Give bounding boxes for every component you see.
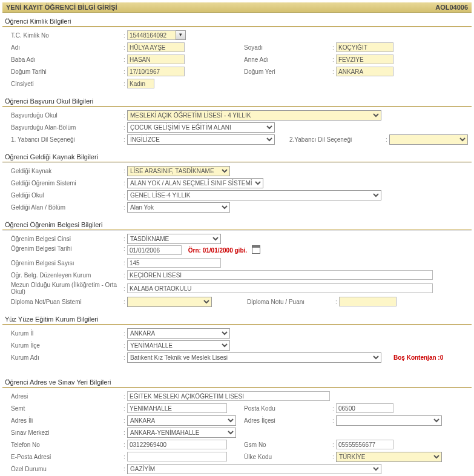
dyer-input[interactable] bbox=[336, 67, 393, 76]
galan-select[interactable]: Alan Yok bbox=[127, 202, 230, 213]
tc-input[interactable] bbox=[127, 30, 176, 40]
tel-input[interactable] bbox=[127, 440, 227, 449]
galan-label: Geldiği Alan / Bölüm bbox=[6, 204, 121, 211]
dtarih-label: Doğum Tarihi bbox=[6, 68, 121, 75]
anne-label: Anne Adı bbox=[239, 56, 330, 63]
ulke-select[interactable]: TÜRKİYE bbox=[336, 452, 442, 462]
section-title: Öğrenci Geldiği Kaynak Bilgileri bbox=[2, 152, 472, 162]
posta-label: Posta Kodu bbox=[239, 405, 330, 412]
gokul-select[interactable]: GENEL LİSE-4 YILLIK bbox=[127, 190, 381, 200]
ozel-label: Özel Durumu bbox=[6, 466, 121, 472]
not-label: Diploma Notu / Puanı bbox=[242, 299, 333, 305]
tel-label: Telefon No bbox=[6, 441, 121, 448]
gsm-label: Gsm No bbox=[239, 441, 330, 448]
section-title: Öğrenci Öğrenim Belgesi Bilgileri bbox=[2, 220, 472, 230]
soyadi-label: Soyadı bbox=[239, 44, 330, 51]
dil1-select[interactable]: İNGİLİZCE bbox=[127, 134, 275, 145]
section-belge: Öğrenci Öğrenim Belgesi Bilgileri Öğreni… bbox=[2, 220, 472, 311]
page-header: YENİ KAYIT ÖĞRENCİ BİLGİ GİRİŞİ AOL04006 bbox=[2, 2, 472, 13]
ail-label: Adres İli bbox=[6, 417, 121, 424]
baba-input[interactable] bbox=[127, 55, 185, 64]
section-title: Öğrenci Başvuru Okul Bilgileri bbox=[2, 96, 472, 107]
baba-label: Baba Adı bbox=[6, 56, 121, 63]
page-title: YENİ KAYIT ÖĞRENCİ BİLGİ GİRİŞİ bbox=[6, 4, 117, 11]
kilce-select[interactable]: YENİMAHALLE bbox=[127, 340, 230, 351]
ulke-label: Ülke Kodu bbox=[239, 454, 330, 460]
tc-label: T.C. Kimlik No bbox=[6, 32, 121, 39]
section-kaynak: Öğrenci Geldiği Kaynak Bilgileri Geldiği… bbox=[2, 152, 472, 216]
adi-label: Adı bbox=[6, 44, 121, 51]
kaynak-select[interactable]: LİSE ARASINIF, TASDİKNAME bbox=[127, 166, 230, 176]
eposta-input[interactable] bbox=[127, 452, 227, 461]
section-kimlik: Öğrenci Kimlik Bilgileri T.C. Kimlik No:… bbox=[2, 16, 472, 93]
ailce-label: Adres İlçesi bbox=[239, 417, 330, 424]
kadi-select[interactable]: Batıkent Kız Teknik ve Meslek Lisesi bbox=[127, 352, 381, 363]
adres-input[interactable] bbox=[127, 391, 330, 401]
sistem-label: Geldiği Öğrenim Sistemi bbox=[6, 180, 121, 187]
dil2-select[interactable] bbox=[389, 134, 468, 145]
semt-label: Semt bbox=[6, 405, 121, 412]
not-input[interactable] bbox=[339, 297, 397, 306]
dtarih-input[interactable] bbox=[127, 67, 185, 76]
section-basvuru: Öğrenci Başvuru Okul Bilgileri Başvurduğ… bbox=[2, 96, 472, 148]
gokul-label: Geldiği Okul bbox=[6, 192, 121, 199]
mezun-label: Mezun Olduğu Kurum (İlköğretim - Orta Ok… bbox=[6, 282, 121, 295]
cins-label: Cinsiyeti bbox=[6, 81, 121, 87]
bsayi-input[interactable] bbox=[127, 258, 221, 268]
cins-input[interactable] bbox=[127, 79, 154, 88]
ail-select[interactable]: ANKARA bbox=[127, 415, 236, 426]
section-yuzyuze: Yüz Yüze Eğitim Kurum Bilgileri Kurum İl… bbox=[2, 314, 472, 366]
bkurum-input[interactable] bbox=[127, 270, 433, 280]
kil-select[interactable]: ANKARA bbox=[127, 328, 230, 339]
bkurum-label: Öğr. Belg. Düzenleyen Kurum bbox=[6, 272, 121, 279]
eposta-label: E-Posta Adresi bbox=[6, 454, 121, 460]
kaynak-label: Geldiği Kaynak bbox=[6, 168, 121, 174]
dil1-label: 1. Yabancı Dil Seçeneği bbox=[6, 136, 121, 143]
kilce-label: Kurum İlçe bbox=[6, 342, 121, 349]
tarih-hint: Örn: 01/01/2000 gibi. bbox=[188, 247, 247, 254]
dyer-label: Doğum Yeri bbox=[239, 68, 330, 75]
section-title: Öğrenci Kimlik Bilgileri bbox=[2, 16, 472, 27]
section-title: Yüz Yüze Eğitim Kurum Bilgileri bbox=[2, 314, 472, 325]
basvokul-select[interactable]: MESLEKİ AÇIK ÖĞRETİM LİSESİ - 4 YILLIK bbox=[127, 110, 381, 121]
ailce-select[interactable] bbox=[336, 415, 442, 426]
dil2-label: 2.Yabancı Dil Seçeneği bbox=[285, 136, 363, 143]
sistem-select[interactable]: ALAN YOK / ALAN SEÇMELİ SINIF SİSTEMİ bbox=[127, 178, 263, 188]
tc-dropdown-icon[interactable]: ▾ bbox=[176, 30, 186, 40]
notsis-select[interactable] bbox=[127, 297, 212, 307]
bsayi-label: Öğrenim Belgesi Sayısı bbox=[6, 260, 121, 266]
basvbolum-select[interactable]: ÇOCUK GELİŞİMİ VE EĞİTİM ALANI bbox=[127, 122, 275, 133]
ozel-select[interactable]: GAZİYİM bbox=[127, 464, 381, 474]
kontenjan-text: Boş Kontenjan :0 bbox=[393, 354, 443, 361]
calendar-icon[interactable] bbox=[252, 245, 260, 254]
bcins-select[interactable]: TASDİKNAME bbox=[127, 234, 221, 244]
adres-label: Adresi bbox=[6, 393, 121, 400]
btarih-input[interactable] bbox=[127, 245, 182, 255]
kadi-label: Kurum Adı bbox=[6, 354, 121, 361]
page-code: AOL04006 bbox=[435, 4, 468, 11]
kil-label: Kurum İl bbox=[6, 330, 121, 337]
notsis-label: Diploma Not/Puan Sistemi bbox=[6, 299, 121, 305]
adi-input[interactable] bbox=[127, 42, 185, 52]
sinav-select[interactable]: ANKARA-YENİMAHALLE bbox=[127, 428, 236, 438]
bcins-label: Öğrenim Belgesi Cinsi bbox=[6, 236, 121, 242]
soyadi-input[interactable] bbox=[336, 42, 393, 52]
sinav-label: Sınav Merkezi bbox=[6, 429, 121, 436]
section-adres: Öğrenci Adres ve Sınav Yeri Bilgileri Ad… bbox=[2, 377, 472, 476]
semt-input[interactable] bbox=[127, 403, 227, 413]
gsm-input[interactable] bbox=[336, 440, 393, 449]
section-title: Öğrenci Adres ve Sınav Yeri Bilgileri bbox=[2, 377, 472, 388]
basvbolum-label: Başvurduğu Alan-Bölüm bbox=[6, 124, 121, 131]
basvokul-label: Başvurduğu Okul bbox=[6, 112, 121, 119]
mezun-input[interactable] bbox=[127, 283, 433, 293]
posta-input[interactable] bbox=[336, 403, 393, 413]
anne-input[interactable] bbox=[336, 55, 393, 64]
btarih-label: Öğrenim Belgesi Tarihi bbox=[6, 245, 121, 252]
